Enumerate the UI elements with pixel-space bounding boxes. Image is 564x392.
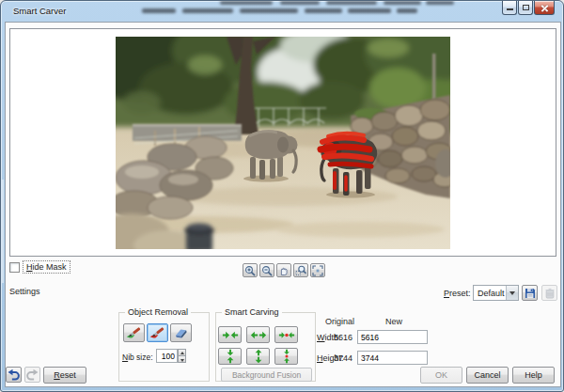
save-preset-button[interactable] xyxy=(522,285,538,301)
arrows-inward-horizontal-icon xyxy=(222,330,239,340)
close-icon xyxy=(540,4,549,12)
frame-glass-highlight xyxy=(2,180,4,283)
hide-mask-checkbox[interactable] xyxy=(9,262,20,273)
close-button[interactable] xyxy=(534,1,555,15)
brush-green-icon xyxy=(125,326,143,339)
preset-value: Default xyxy=(474,289,506,298)
width-new-input[interactable] xyxy=(357,330,428,344)
redo-button[interactable] xyxy=(24,367,40,383)
contract-horizontally-button[interactable] xyxy=(218,326,242,343)
original-column-header: Original xyxy=(325,317,354,326)
floppy-disk-icon xyxy=(525,288,536,299)
background-window-text-blur xyxy=(326,1,377,5)
foreground-bollard-blur xyxy=(184,224,214,250)
background-window-text-blur xyxy=(397,8,417,13)
auto-contract-vertically-button[interactable] xyxy=(274,348,298,365)
nib-size-label: Nib size: xyxy=(122,353,153,362)
background-window-text-blur xyxy=(240,8,298,13)
nib-size-stepper[interactable] xyxy=(178,349,186,363)
preset-dropdown[interactable]: Default xyxy=(473,285,519,301)
pan-button[interactable] xyxy=(276,263,291,277)
arrows-outward-horizontal-icon xyxy=(250,330,267,340)
expand-vertically-button[interactable] xyxy=(246,348,270,365)
smart-carving-title: Smart Carving xyxy=(222,307,282,317)
spin-down-icon[interactable] xyxy=(178,356,186,363)
background-window-text-blur xyxy=(305,8,342,13)
nib-size-input[interactable] xyxy=(156,349,178,363)
ok-button[interactable]: OK xyxy=(420,367,462,384)
hand-icon xyxy=(278,265,290,276)
preview-image[interactable] xyxy=(116,37,450,249)
background-window-text-blur xyxy=(384,1,421,5)
background-window-text-blur xyxy=(182,8,233,13)
zoom-out-button[interactable] xyxy=(259,263,274,277)
zoom-to-selection-button[interactable] xyxy=(293,263,308,277)
new-column-header: New xyxy=(385,317,402,326)
chevron-down-icon xyxy=(506,286,518,300)
maximize-icon xyxy=(523,5,529,10)
smart-carving-group: Smart Carving xyxy=(215,312,316,382)
undo-button[interactable] xyxy=(6,367,22,383)
auto-contract-horizontally-button[interactable] xyxy=(274,326,298,343)
minimize-button[interactable] xyxy=(502,1,517,15)
cancel-button[interactable]: Cancel xyxy=(466,367,509,384)
hide-mask-label[interactable]: Hide Mask xyxy=(24,261,70,273)
background-window-text-blur xyxy=(220,1,273,5)
height-original-value: 3744 xyxy=(332,353,352,363)
object-removal-title: Object Removal xyxy=(125,307,191,317)
undo-arrow-icon xyxy=(8,368,20,381)
settings-label: Settings xyxy=(9,287,40,296)
zoom-in-button[interactable] xyxy=(243,263,258,277)
window-title: Smart Carver xyxy=(13,6,66,16)
height-new-input[interactable] xyxy=(357,351,428,365)
background-window-text-blur xyxy=(348,8,391,13)
preset-label: Preset: xyxy=(444,289,471,298)
spin-up-icon[interactable] xyxy=(178,349,186,356)
arrows-outward-vertical-icon xyxy=(254,349,263,364)
expand-horizontally-button[interactable] xyxy=(246,326,270,343)
eraser-icon xyxy=(172,326,190,339)
redo-arrow-icon xyxy=(26,368,39,381)
object-preserve-brush-button[interactable] xyxy=(123,323,145,342)
width-original-value: 5616 xyxy=(332,333,352,342)
delete-preset-button[interactable] xyxy=(541,285,557,301)
titlebar[interactable]: Smart Carver xyxy=(1,1,563,22)
background-window-text-blur xyxy=(426,1,454,5)
smart-carver-dialog: Smart Carver xyxy=(0,0,564,392)
arrows-inward-horizontal-red-dot-icon xyxy=(278,330,295,340)
trash-icon xyxy=(544,288,556,299)
contract-vertically-button[interactable] xyxy=(218,348,242,365)
magnifier-area-icon xyxy=(295,265,306,276)
magnifier-minus-icon xyxy=(261,265,273,276)
fit-corners-icon xyxy=(312,265,323,276)
magnifier-plus-icon xyxy=(244,265,256,276)
background-window-text-blur xyxy=(280,1,320,5)
minimize-icon xyxy=(507,8,513,10)
eraser-button[interactable] xyxy=(170,323,192,342)
background-fusion-button[interactable]: Background Fusion xyxy=(221,368,312,382)
maximize-button[interactable] xyxy=(518,1,533,15)
object-remove-brush-button[interactable] xyxy=(147,323,168,342)
brush-red-icon xyxy=(149,326,166,339)
arrows-inward-vertical-icon xyxy=(226,349,235,364)
fit-to-window-button[interactable] xyxy=(310,263,325,277)
object-removal-group: Object Removal xyxy=(118,312,210,382)
arrows-inward-vertical-red-dot-icon xyxy=(282,349,291,364)
background-window-text-blur xyxy=(142,8,176,13)
reset-button[interactable]: Reset xyxy=(43,367,86,384)
help-button[interactable]: Help xyxy=(512,367,555,384)
